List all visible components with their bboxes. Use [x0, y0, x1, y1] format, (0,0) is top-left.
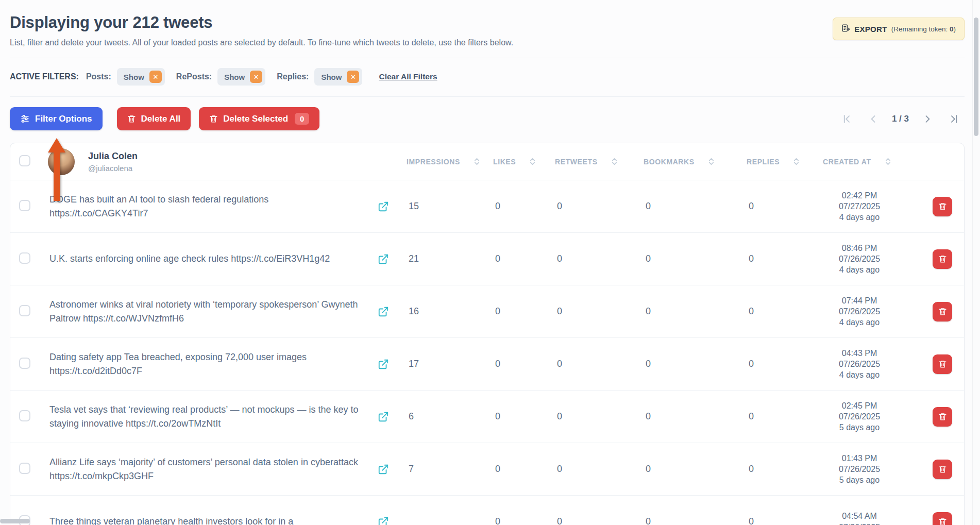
- export-remaining-suffix: ): [954, 25, 956, 33]
- created-ago: 4 days ago: [823, 264, 896, 275]
- sort-icon[interactable]: [474, 157, 480, 166]
- created-time: 04:54 AM: [823, 511, 896, 521]
- vertical-scrollbar-thumb[interactable]: [974, 18, 978, 136]
- row-delete-cell: [921, 407, 964, 427]
- bookmarks-value: 0: [644, 359, 747, 369]
- filter-chip-posts: Show ✕: [117, 68, 165, 86]
- retweets-value: 0: [555, 306, 644, 317]
- bookmarks-value: 0: [644, 464, 747, 475]
- row-delete-button[interactable]: [933, 460, 952, 479]
- impressions-value: 16: [407, 306, 493, 317]
- row-checkbox-cell: [10, 358, 43, 371]
- sort-icon[interactable]: [793, 157, 800, 166]
- next-page-button[interactable]: [917, 109, 938, 129]
- external-link-icon[interactable]: [378, 464, 389, 475]
- user-cell: Julia Colen @juliacolena: [43, 148, 378, 175]
- created-at-cell: 02:45 PM 07/26/2025 5 days ago: [823, 400, 921, 433]
- select-all-checkbox[interactable]: [19, 155, 30, 166]
- column-header-impressions[interactable]: IMPRESSIONS: [407, 157, 493, 166]
- delete-all-button[interactable]: Delete All: [117, 107, 191, 130]
- row-delete-button[interactable]: [933, 302, 952, 321]
- prev-page-button[interactable]: [863, 109, 884, 129]
- sort-icon[interactable]: [885, 157, 891, 166]
- sort-icon[interactable]: [529, 157, 536, 166]
- tweet-text: Allianz Life says ‘majority’ of customer…: [49, 455, 365, 482]
- external-link-icon[interactable]: [378, 411, 389, 422]
- retweets-value: 0: [555, 411, 644, 422]
- row-delete-cell: [921, 460, 964, 479]
- filter-options-button[interactable]: Filter Options: [10, 107, 103, 130]
- created-time: 01:43 PM: [823, 453, 896, 464]
- column-header-bookmarks[interactable]: BOOKMARKS: [644, 157, 747, 166]
- row-checkbox[interactable]: [19, 200, 30, 211]
- export-button[interactable]: EXPORT (Remaining token: 0): [833, 18, 965, 40]
- sliders-icon: [20, 114, 30, 124]
- filter-name-reposts: RePosts:: [176, 72, 212, 81]
- remove-filter-posts-button[interactable]: ✕: [149, 71, 162, 83]
- column-header-replies[interactable]: REPLIES: [747, 157, 823, 166]
- horizontal-scrollbar-thumb[interactable]: [0, 519, 30, 523]
- bookmarks-value: 0: [644, 253, 747, 264]
- created-at-cell: 08:46 PM 07/26/2025 4 days ago: [823, 243, 921, 276]
- tweet-text-cell: DOGE has built an AI tool to slash feder…: [43, 193, 378, 219]
- export-remaining-value: 0: [950, 25, 954, 33]
- replies-value: 0: [747, 516, 823, 525]
- table-row: DOGE has built an AI tool to slash feder…: [10, 180, 964, 233]
- column-label: RETWEETS: [555, 158, 598, 166]
- column-header-likes[interactable]: LIKES: [493, 157, 555, 166]
- sort-icon[interactable]: [611, 157, 618, 166]
- replies-value: 0: [747, 411, 823, 422]
- sort-icon[interactable]: [708, 157, 715, 166]
- filter-name-posts: Posts:: [86, 72, 111, 81]
- delete-all-label: Delete All: [141, 114, 181, 124]
- created-time: 02:42 PM: [823, 190, 896, 201]
- delete-selected-button[interactable]: Delete Selected 0: [199, 107, 319, 130]
- retweets-value: 0: [555, 359, 644, 369]
- created-ago: 5 days ago: [823, 422, 896, 433]
- clear-all-filters-link[interactable]: Clear All Filters: [379, 72, 437, 81]
- external-link-icon[interactable]: [378, 253, 389, 265]
- tweet-text-cell: Tesla vet says that ‘reviewing real prod…: [43, 403, 378, 430]
- remove-filter-replies-button[interactable]: ✕: [347, 71, 359, 83]
- retweets-value: 0: [555, 253, 644, 264]
- filter-chip-replies: Show ✕: [314, 68, 362, 86]
- created-at-cell: 01:43 PM 07/26/2025 5 days ago: [823, 453, 921, 486]
- retweets-value: 0: [555, 516, 644, 525]
- export-label: EXPORT: [854, 25, 887, 33]
- created-ago: 5 days ago: [823, 475, 896, 485]
- created-date: 07/26/2025: [823, 306, 896, 317]
- row-checkbox[interactable]: [19, 463, 30, 474]
- likes-value: 0: [493, 516, 555, 525]
- row-delete-button[interactable]: [933, 407, 952, 427]
- row-checkbox-cell: [10, 463, 43, 476]
- row-delete-button[interactable]: [933, 249, 952, 269]
- first-page-button[interactable]: [836, 109, 857, 129]
- external-link-icon[interactable]: [378, 359, 389, 370]
- row-delete-button[interactable]: [933, 354, 952, 374]
- created-time: 08:46 PM: [823, 243, 896, 253]
- row-delete-button[interactable]: [933, 512, 952, 525]
- column-header-retweets[interactable]: RETWEETS: [555, 157, 644, 166]
- row-checkbox[interactable]: [19, 305, 30, 316]
- row-checkbox-cell: [10, 200, 43, 213]
- tweet-link-cell: [378, 411, 407, 422]
- remove-filter-reposts-button[interactable]: ✕: [250, 71, 262, 83]
- filter-chip-value: Show: [224, 73, 245, 81]
- column-header-created-at[interactable]: CREATED AT: [823, 157, 921, 166]
- tweet-link-cell: [378, 359, 407, 370]
- last-page-button[interactable]: [944, 109, 965, 129]
- row-checkbox[interactable]: [19, 410, 30, 421]
- pagination: 1 / 3: [836, 109, 965, 129]
- active-filters-bar: ACTIVE FILTERS: Posts: Show ✕ RePosts: S…: [10, 58, 965, 97]
- row-delete-button[interactable]: [933, 197, 952, 216]
- page-title: Displaying your212 tweets: [10, 13, 513, 32]
- bookmarks-value: 0: [644, 516, 747, 525]
- created-time: 04:43 PM: [823, 348, 896, 359]
- row-checkbox[interactable]: [19, 358, 30, 369]
- external-link-icon[interactable]: [378, 201, 389, 212]
- row-checkbox[interactable]: [19, 252, 30, 264]
- external-link-icon[interactable]: [378, 516, 389, 525]
- toolbar-buttons: Filter Options Delete All Delete Selecte…: [10, 107, 319, 130]
- tweet-text: DOGE has built an AI tool to slash feder…: [49, 193, 365, 219]
- external-link-icon[interactable]: [378, 306, 389, 317]
